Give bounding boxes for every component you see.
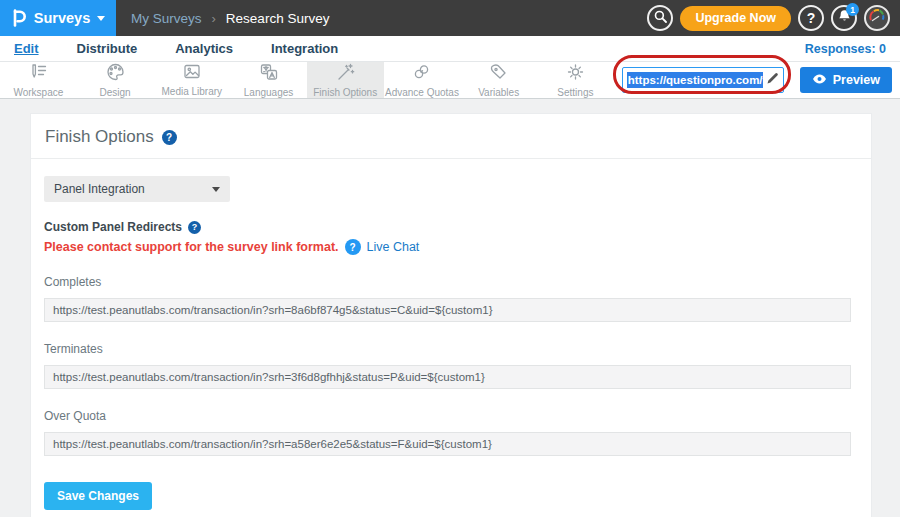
toolbar-item-workspace[interactable]: Workspace xyxy=(0,62,77,98)
support-warning-row: Please contact support for the survey li… xyxy=(44,239,851,255)
questionpro-logo-icon xyxy=(11,9,27,27)
section-title-row: Custom Panel Redirects ? xyxy=(44,220,851,234)
product-label: Surveys xyxy=(34,10,90,26)
section-title: Custom Panel Redirects xyxy=(44,220,182,234)
section-help-icon[interactable]: ? xyxy=(188,221,201,234)
toolbar-item-variables[interactable]: Variables xyxy=(460,62,537,98)
edit-url-pencil-icon[interactable] xyxy=(766,71,779,89)
notification-badge: 1 xyxy=(846,3,859,16)
toolbar-item-advance-quotas[interactable]: Advance Quotas xyxy=(384,62,461,98)
survey-url-area: https://questionpro.com/t/A xyxy=(622,62,784,98)
card-header: Finish Options ? xyxy=(31,114,871,158)
page-title: Finish Options xyxy=(45,127,154,147)
languages-icon xyxy=(259,63,279,85)
tab-edit[interactable]: Edit xyxy=(14,41,39,56)
help-button[interactable]: ? xyxy=(798,5,824,31)
product-switcher[interactable]: Surveys xyxy=(0,0,116,36)
media-library-icon xyxy=(182,63,202,84)
responses-count: Responses: 0 xyxy=(805,42,886,56)
notifications-button[interactable]: 1 xyxy=(831,5,857,31)
design-icon xyxy=(106,63,125,85)
survey-url-input[interactable]: https://questionpro.com/t/A xyxy=(622,67,784,93)
preview-button[interactable]: Preview xyxy=(800,67,892,93)
live-chat-help-icon[interactable]: ? xyxy=(345,239,361,255)
survey-nav-tabs: Edit Distribute Analytics Integration xyxy=(14,41,338,56)
finish-options-card: Finish Options ? Panel Integration Custo… xyxy=(30,113,872,517)
survey-url-selected-text: https://questionpro.com/t/A xyxy=(627,72,763,88)
over-quota-label: Over Quota xyxy=(44,409,851,423)
search-button[interactable] xyxy=(647,5,673,31)
topbar: Surveys My Surveys › Research Survey Upg… xyxy=(0,0,900,36)
dropdown-selected-value: Panel Integration xyxy=(54,182,212,196)
toolbar-item-media-library[interactable]: Media Library xyxy=(153,62,230,98)
eye-icon xyxy=(812,73,827,87)
user-avatar[interactable] xyxy=(864,5,890,31)
variables-icon xyxy=(489,63,508,85)
survey-nav-row: Edit Distribute Analytics Integration Re… xyxy=(0,36,900,62)
breadcrumb-current-survey: Research Survey xyxy=(226,11,330,26)
toolbar-item-languages[interactable]: Languages xyxy=(230,62,307,98)
header-divider xyxy=(31,158,871,159)
workspace-icon xyxy=(28,63,48,85)
terminates-label: Terminates xyxy=(44,342,851,356)
finish-options-help-icon[interactable]: ? xyxy=(162,130,177,145)
toolbar-item-settings[interactable]: Settings xyxy=(537,62,614,98)
advance-quotas-icon xyxy=(412,63,431,85)
chevron-down-icon xyxy=(212,187,220,192)
page-content: Finish Options ? Panel Integration Custo… xyxy=(0,100,900,517)
search-icon xyxy=(654,9,667,27)
preview-label: Preview xyxy=(833,73,880,87)
upgrade-now-button[interactable]: Upgrade Now xyxy=(680,6,791,31)
breadcrumb-my-surveys[interactable]: My Surveys xyxy=(131,11,202,26)
over-quota-url-input[interactable] xyxy=(44,432,851,456)
toolbar-item-design[interactable]: Design xyxy=(77,62,154,98)
tab-analytics[interactable]: Analytics xyxy=(175,41,233,56)
panel-integration-dropdown[interactable]: Panel Integration xyxy=(44,176,230,202)
help-icon: ? xyxy=(807,10,816,26)
chevron-down-icon xyxy=(97,16,105,21)
toolbar-item-finish-options[interactable]: Finish Options xyxy=(307,62,384,98)
card-body: Panel Integration Custom Panel Redirects… xyxy=(31,176,871,517)
support-warning-text: Please contact support for the survey li… xyxy=(44,240,339,254)
terminates-url-input[interactable] xyxy=(44,365,851,389)
settings-icon xyxy=(566,63,585,85)
live-chat-link[interactable]: Live Chat xyxy=(367,240,420,254)
avatar-gauge-icon xyxy=(868,7,886,29)
completes-label: Completes xyxy=(44,275,851,289)
finish-options-icon xyxy=(336,63,355,85)
tab-integration[interactable]: Integration xyxy=(271,41,338,56)
edit-toolbar: Workspace Design Media Library xyxy=(0,62,900,99)
topbar-actions: Upgrade Now ? 1 xyxy=(647,5,890,31)
breadcrumb: My Surveys › Research Survey xyxy=(131,11,329,26)
tab-distribute[interactable]: Distribute xyxy=(77,41,138,56)
completes-url-input[interactable] xyxy=(44,298,851,322)
breadcrumb-separator: › xyxy=(212,11,216,26)
save-changes-button[interactable]: Save Changes xyxy=(44,482,152,510)
